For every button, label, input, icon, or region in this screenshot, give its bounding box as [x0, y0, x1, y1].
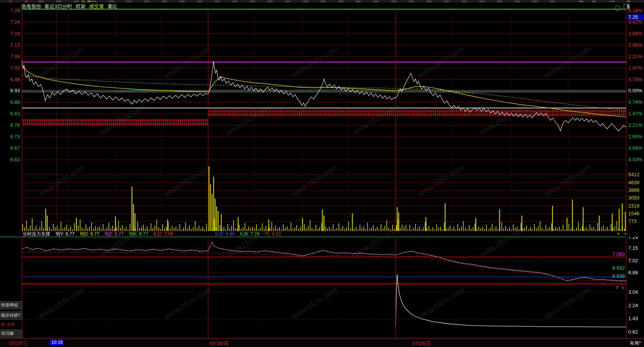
- panel2-axis-label: 7.02: [628, 258, 638, 264]
- left-panel-label-2[interactable]: 像 净滴: [1, 322, 21, 327]
- volume-axis-label: 3093: [628, 195, 639, 201]
- price-axis-label: 6.98: [1, 77, 20, 82]
- panel2-line-green: [22, 242, 626, 281]
- panel2-trail-dashed: [22, 252, 626, 282]
- price-axis-label: 6.93: [1, 88, 20, 93]
- pct-axis-label: 5.16%: [628, 8, 642, 13]
- panel2-axis-label: 7.15: [628, 246, 638, 251]
- price-axis-label: 6.73: [1, 134, 20, 139]
- panel2-level-label: 7.063: [602, 251, 625, 257]
- app-root: 渤海股份最近3日分时框架成交量量比 ↑ 7.25 7.297.247.197.1…: [0, 0, 644, 347]
- pct-axis-label: 0.74%: [628, 77, 642, 82]
- indicator-values: 明Y: 6.77明D: 6.77明Z: 6.77明K: 6.77KJ2: 7.0…: [56, 231, 286, 237]
- price-axis-label: 7.08: [1, 54, 20, 59]
- left-panel-label-0[interactable]: 惟樂檸姒: [0, 301, 23, 309]
- layout-button[interactable]: 布局*: [630, 340, 641, 347]
- pct-axis-label: 2.95%: [628, 43, 642, 48]
- panel3-axis-label: 3.04: [628, 290, 638, 295]
- indicator-dropdown-icon[interactable]: ▼: [616, 232, 620, 236]
- volume-axis-label: 1546: [628, 211, 639, 216]
- price-axis-label: 6.83: [1, 111, 20, 116]
- price-axis-label: 6.88: [1, 100, 20, 105]
- pressure-band: [22, 119, 208, 122]
- volume-axis-label: 3866: [628, 188, 639, 193]
- pct-axis-label: 2.21%: [628, 54, 642, 59]
- time-marker-tag: 10:19: [50, 339, 64, 346]
- pct-axis-label: 1.47%: [628, 111, 642, 116]
- volume-axis-label: 773: [628, 219, 637, 224]
- indicator-item-7: 均: 6.83: [265, 231, 281, 237]
- indicator-bar: 分时压力支撑明Y: 6.77明D: 6.77明Z: 6.77明K: 6.77KJ…: [0, 231, 644, 237]
- volume-ratio-line: [396, 274, 626, 327]
- price-axis-label: 7.29: [1, 8, 20, 13]
- indicator-item-4: KJ2: 7.06: [153, 231, 173, 237]
- indicator-item-0: 明Y: 6.77: [56, 231, 74, 237]
- pressure-band: [208, 113, 626, 116]
- date-label-2: 07/29/五: [412, 340, 431, 347]
- pct-axis-label: 0.00%: [628, 88, 642, 93]
- price-axis-label: 7.19: [1, 31, 20, 36]
- indicator-title: 分时压力支撑: [23, 231, 50, 237]
- pressure-band: [22, 123, 208, 125]
- panel2-level-label: 6.932: [602, 265, 625, 271]
- pct-axis-label: 4.42%: [628, 157, 642, 162]
- panel2-line-magenta: [22, 242, 626, 281]
- indicator-bar-icons: ▼✕: [613, 231, 627, 237]
- panel2-axis-label: 6.88: [628, 270, 638, 275]
- date-label-1: 07/28/四: [210, 340, 228, 347]
- indicator-close-icon[interactable]: ✕: [624, 232, 627, 236]
- pct-axis-label: 2.95%: [628, 134, 642, 139]
- left-panel-label-1[interactable]: 暘岁姀椤?: [0, 311, 23, 320]
- panel3-icons: ?×: [613, 285, 624, 291]
- price-axis-label: 6.62: [1, 157, 20, 162]
- panel3-axis-label: 0.62: [628, 329, 638, 335]
- panel3-close-icon[interactable]: ×: [621, 285, 624, 291]
- pct-axis-label: 2.21%: [628, 123, 642, 128]
- date-axis-bar: 10:19 布局* 07/27/三07/28/四07/29/五: [0, 339, 644, 347]
- indicator-item-1: 明D: 6.77: [80, 231, 99, 237]
- panel3-axis-label: 1.43: [628, 316, 638, 321]
- date-label-0: 07/27/三: [9, 340, 28, 347]
- panel2-level-label: 6.838: [602, 273, 625, 279]
- indicator-item-3: 明K: 6.77: [129, 231, 148, 237]
- indicator-item-5: KJ5: 6.84: [215, 231, 235, 237]
- indicator-item-6: KJ6: 7.29: [240, 231, 260, 237]
- chart-canvas: [0, 0, 644, 347]
- price-axis-label: 7.03: [1, 65, 20, 71]
- pct-axis-label: 1.47%: [628, 65, 642, 71]
- volume-axis-label: 4639: [628, 180, 639, 185]
- price-axis-label: 7.13: [1, 43, 20, 48]
- price-axis-label: 6.67: [1, 146, 20, 151]
- price-axis-label: 7.24: [1, 20, 20, 25]
- indicator-item-2: 明Z: 6.77: [105, 231, 123, 237]
- volume-axis-label: 5412: [628, 172, 639, 177]
- pct-axis-label: 4.42%: [628, 20, 642, 25]
- left-panel-label-3[interactable]: 纺涓姗: [0, 329, 23, 338]
- pct-axis-label: 3.68%: [628, 31, 642, 36]
- price-axis-label: 6.78: [1, 123, 20, 128]
- avg-dashed-line: [22, 75, 626, 110]
- pct-axis-label: 0.74%: [628, 100, 642, 105]
- help-icon[interactable]: ?: [616, 285, 618, 291]
- volume-axis-label: 2319: [628, 203, 639, 209]
- pct-axis-label: 3.68%: [628, 146, 642, 151]
- panel3-axis-label: 2.24: [628, 303, 638, 308]
